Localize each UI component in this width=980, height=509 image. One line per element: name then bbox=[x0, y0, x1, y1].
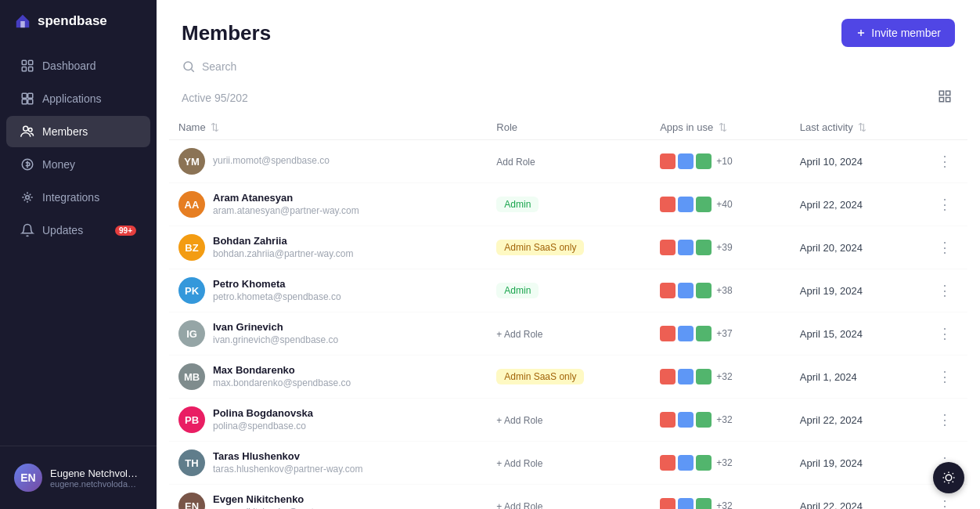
sidebar-item-money[interactable]: Money bbox=[6, 149, 150, 180]
member-avatar: EN bbox=[178, 493, 205, 509]
apps-count: +32 bbox=[716, 414, 732, 425]
member-name: Petro Khometa bbox=[213, 278, 341, 291]
app-icon-2 bbox=[696, 369, 712, 384]
member-email: ivan.grinevich@spendbase.co bbox=[213, 334, 338, 347]
search-input[interactable] bbox=[202, 60, 374, 73]
apps-count: +32 bbox=[716, 500, 732, 509]
member-name: Ivan Grinevich bbox=[213, 321, 338, 334]
app-icon-2 bbox=[696, 240, 712, 255]
actions-cell: ⋮ bbox=[922, 356, 967, 399]
app-icon-1 bbox=[678, 369, 694, 384]
active-bar: Active 95/202 bbox=[157, 80, 980, 109]
member-cell: IG Ivan Grinevich ivan.grinevich@spendba… bbox=[178, 320, 477, 347]
sort-apps-icon: ⇅ bbox=[719, 121, 727, 133]
invite-member-button[interactable]: Invite member bbox=[841, 19, 955, 47]
name-cell: MB Max Bondarenko max.bondarenko@spendba… bbox=[169, 356, 487, 399]
name-cell: IG Ivan Grinevich ivan.grinevich@spendba… bbox=[169, 312, 487, 356]
user-profile[interactable]: EN Eugene Netchvoloda eugene.netchvoloda… bbox=[6, 456, 150, 500]
role-cell: + Add Role bbox=[487, 442, 650, 485]
add-role-button[interactable]: + Add Role bbox=[496, 415, 542, 426]
updates-badge: 99+ bbox=[115, 226, 136, 236]
role-cell: Add Role bbox=[487, 140, 650, 183]
role-badge: Admin bbox=[496, 197, 539, 212]
row-more-button[interactable]: ⋮ bbox=[931, 194, 958, 215]
last-activity-cell: April 1, 2024 bbox=[791, 356, 922, 399]
app-icon-1 bbox=[678, 283, 694, 298]
app-icon-2 bbox=[696, 283, 712, 298]
last-activity-cell: April 19, 2024 bbox=[791, 442, 922, 485]
row-more-button[interactable]: ⋮ bbox=[931, 151, 958, 171]
member-email: petro.khometa@spendbase.co bbox=[213, 291, 341, 304]
svg-rect-5 bbox=[28, 93, 33, 98]
apps-cell-wrapper: +10 bbox=[660, 153, 781, 169]
search-bar bbox=[157, 47, 980, 80]
add-role-button[interactable]: + Add Role bbox=[496, 329, 542, 340]
table-row: AA Aram Atanesyan aram.atanesyan@partner… bbox=[169, 183, 967, 226]
col-apps[interactable]: Apps in use ⇅ bbox=[650, 115, 791, 140]
name-cell: PB Polina Bogdanovska polina@spendbase.c… bbox=[169, 399, 487, 442]
sort-name-icon: ⇅ bbox=[211, 121, 219, 133]
add-role-button[interactable]: + Add Role bbox=[496, 501, 542, 509]
apps-count: +37 bbox=[716, 328, 732, 339]
user-info: Eugene Netchvoloda eugene.netchvoloda@..… bbox=[50, 467, 142, 489]
app-icon-2 bbox=[696, 197, 712, 212]
sort-activity-icon: ⇅ bbox=[858, 121, 867, 133]
row-more-button[interactable]: ⋮ bbox=[931, 410, 958, 430]
apps-count: +38 bbox=[716, 285, 732, 296]
table-row: YM yurii.momot@spendbase.co Add Role +10… bbox=[169, 140, 967, 183]
svg-rect-2 bbox=[22, 67, 26, 71]
row-more-button[interactable]: ⋮ bbox=[931, 366, 958, 387]
member-info: Ivan Grinevich ivan.grinevich@spendbase.… bbox=[213, 321, 338, 346]
sidebar: spendbase Dashboard Applications Member bbox=[0, 0, 157, 509]
active-label: Active 95/202 bbox=[182, 92, 248, 104]
app-name: spendbase bbox=[38, 13, 107, 29]
member-name: Max Bondarenko bbox=[213, 364, 351, 377]
apps-cell-wrapper: +40 bbox=[660, 197, 781, 212]
sidebar-item-integrations[interactable]: Integrations bbox=[6, 182, 150, 213]
table-row: PB Polina Bogdanovska polina@spendbase.c… bbox=[169, 399, 967, 442]
member-name: Evgen Nikitchenko bbox=[213, 493, 367, 507]
svg-rect-6 bbox=[22, 99, 27, 104]
last-activity-cell: April 22, 2024 bbox=[791, 399, 922, 442]
col-name[interactable]: Name ⇅ bbox=[169, 115, 487, 140]
members-table: Name ⇅ Role Apps in use ⇅ Last activity … bbox=[169, 115, 967, 509]
col-activity[interactable]: Last activity ⇅ bbox=[791, 115, 922, 140]
sidebar-item-applications[interactable]: Applications bbox=[6, 83, 150, 114]
svg-rect-14 bbox=[946, 91, 950, 95]
member-info: Bohdan Zahriia bohdan.zahriia@partner-wa… bbox=[213, 235, 353, 260]
add-role-button[interactable]: Add Role bbox=[496, 157, 535, 168]
member-email: max.bondarenko@spendbase.co bbox=[213, 377, 351, 390]
add-role-button[interactable]: + Add Role bbox=[496, 458, 542, 469]
grid-view-button[interactable] bbox=[935, 86, 955, 109]
row-more-button[interactable]: ⋮ bbox=[931, 323, 958, 344]
apps-cell: +39 bbox=[650, 226, 791, 269]
invite-button-label: Invite member bbox=[871, 27, 941, 39]
apps-cell-wrapper: +32 bbox=[660, 369, 781, 384]
row-more-button[interactable]: ⋮ bbox=[931, 237, 958, 258]
row-more-button[interactable]: ⋮ bbox=[931, 496, 958, 509]
member-info: Petro Khometa petro.khometa@spendbase.co bbox=[213, 278, 341, 303]
apps-cell: +37 bbox=[650, 312, 791, 356]
role-cell: Admin SaaS only bbox=[487, 226, 650, 269]
row-more-button[interactable]: ⋮ bbox=[931, 280, 958, 301]
apps-cell: +32 bbox=[650, 356, 791, 399]
actions-cell: ⋮ bbox=[922, 226, 967, 269]
member-avatar: YM bbox=[178, 148, 205, 175]
sidebar-item-dashboard[interactable]: Dashboard bbox=[6, 50, 150, 81]
applications-icon bbox=[20, 92, 34, 106]
svg-point-12 bbox=[184, 62, 193, 70]
col-actions bbox=[922, 115, 967, 140]
member-avatar: BZ bbox=[178, 234, 205, 261]
member-info: yurii.momot@spendbase.co bbox=[213, 155, 330, 168]
app-icon-0 bbox=[660, 153, 676, 169]
spendbase-logo-icon bbox=[14, 13, 31, 30]
dark-mode-button[interactable] bbox=[933, 462, 964, 493]
svg-point-17 bbox=[946, 475, 952, 481]
last-activity-cell: April 22, 2024 bbox=[791, 183, 922, 226]
sidebar-item-updates[interactable]: Updates 99+ bbox=[6, 215, 150, 246]
sidebar-bottom: EN Eugene Netchvoloda eugene.netchvoloda… bbox=[0, 446, 157, 509]
member-cell: YM yurii.momot@spendbase.co bbox=[178, 148, 477, 175]
sidebar-item-members[interactable]: Members bbox=[6, 116, 150, 147]
members-tbody: YM yurii.momot@spendbase.co Add Role +10… bbox=[169, 140, 967, 510]
role-cell: Admin SaaS only bbox=[487, 356, 650, 399]
